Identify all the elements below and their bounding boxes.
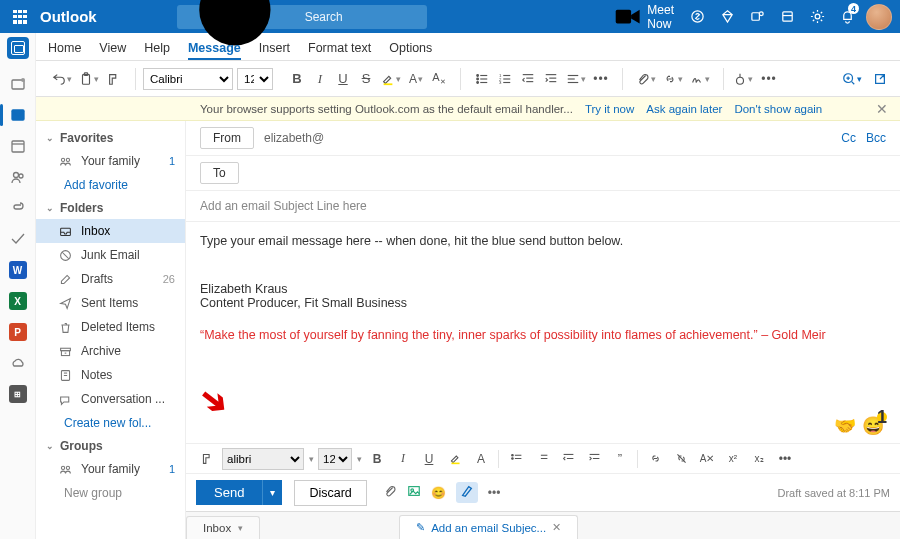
ribbon-overflow-button[interactable]: ••• — [759, 67, 779, 91]
nav-add-favorite[interactable]: Add favorite — [36, 173, 185, 197]
nav-new-group[interactable]: New group — [36, 481, 185, 505]
tab-home[interactable]: Home — [48, 41, 81, 60]
fmt-clear-button[interactable]: A✕ — [696, 448, 718, 470]
fmt-outdent-button[interactable] — [557, 448, 579, 470]
rail-more-apps-icon[interactable]: ⊞ — [8, 384, 28, 404]
fmt-color-button[interactable]: A — [470, 448, 492, 470]
rail-powerpoint-icon[interactable]: P — [8, 322, 28, 342]
app-launcher-icon[interactable] — [6, 10, 34, 24]
zoom-button[interactable]: ▾ — [840, 67, 864, 91]
search-input[interactable] — [305, 10, 419, 24]
nav-section-groups[interactable]: ⌄Groups — [36, 435, 185, 457]
nav-item-sent[interactable]: Sent Items — [36, 291, 185, 315]
outlook-logo-icon[interactable] — [7, 37, 29, 59]
underline-button[interactable]: U — [333, 67, 353, 91]
fmt-sub-button[interactable]: x₂ — [748, 448, 770, 470]
banner-try-link[interactable]: Try it now — [585, 103, 634, 115]
fmt-numbers-button[interactable] — [531, 448, 553, 470]
rail-onedrive-icon[interactable] — [8, 353, 28, 373]
bottom-tab-inbox[interactable]: Inbox▾ — [186, 516, 260, 539]
fmt-indent-button[interactable] — [583, 448, 605, 470]
fmt-unlink-button[interactable] — [670, 448, 692, 470]
align-button[interactable]: ▾ — [564, 67, 588, 91]
discard-button[interactable]: Discard — [294, 480, 366, 506]
close-tab-icon[interactable]: ✕ — [552, 521, 561, 534]
fmt-link-button[interactable] — [644, 448, 666, 470]
nav-item-inbox[interactable]: Inbox — [36, 219, 185, 243]
bcc-link[interactable]: Bcc — [866, 131, 886, 145]
tab-help[interactable]: Help — [144, 41, 170, 60]
more-actions-icon[interactable]: ••• — [488, 486, 501, 500]
bottom-tab-compose[interactable]: ✎Add an email Subjec...✕ — [399, 515, 578, 539]
subject-input[interactable] — [200, 199, 886, 213]
nav-item-drafts[interactable]: Drafts26 — [36, 267, 185, 291]
more-para-button[interactable]: ••• — [591, 67, 611, 91]
strike-button[interactable]: S — [356, 67, 376, 91]
fmt-highlight-button[interactable] — [444, 448, 466, 470]
tab-options[interactable]: Options — [389, 41, 432, 60]
nav-item-conversation[interactable]: Conversation ... — [36, 387, 185, 411]
italic-button[interactable]: I — [310, 67, 330, 91]
fmt-underline-button[interactable]: U — [418, 448, 440, 470]
nav-section-folders[interactable]: ⌄Folders — [36, 197, 185, 219]
sensitivity-button[interactable]: ▾ — [731, 67, 755, 91]
bullets-button[interactable] — [472, 67, 492, 91]
rail-people-icon[interactable] — [8, 167, 28, 187]
nav-item-your-family-group[interactable]: Your family1 — [36, 457, 185, 481]
nav-item-archive[interactable]: Archive — [36, 339, 185, 363]
nav-section-favorites[interactable]: ⌄Favorites — [36, 127, 185, 149]
reaction-handshake-icon[interactable]: 🤝 — [834, 415, 856, 437]
teams-icon[interactable] — [742, 0, 772, 33]
popout-button[interactable] — [870, 67, 890, 91]
emoji-icon[interactable]: 😊 — [431, 486, 446, 500]
tab-view[interactable]: View — [99, 41, 126, 60]
link-button[interactable]: ▾ — [661, 67, 685, 91]
fmt-italic-button[interactable]: I — [392, 448, 414, 470]
skype-icon[interactable] — [682, 0, 712, 33]
nav-item-your-family-fav[interactable]: Your family1 — [36, 149, 185, 173]
fmt-more-button[interactable]: ••• — [774, 448, 796, 470]
rail-files-icon[interactable] — [8, 198, 28, 218]
outdent-button[interactable] — [518, 67, 538, 91]
drawing-icon[interactable] — [456, 482, 478, 503]
fmt-super-button[interactable]: x² — [722, 448, 744, 470]
settings-icon[interactable] — [802, 0, 832, 33]
format-painter-button[interactable] — [104, 67, 124, 91]
rail-word-icon[interactable]: W — [8, 260, 28, 280]
nav-item-notes[interactable]: Notes — [36, 363, 185, 387]
font-size-select[interactable]: 12 — [237, 68, 273, 90]
numbering-button[interactable]: 123 — [495, 67, 515, 91]
rail-mail-icon[interactable] — [8, 105, 28, 125]
fmt-size-select[interactable]: 12 — [318, 448, 352, 470]
from-button[interactable]: From — [200, 127, 254, 149]
nav-item-deleted[interactable]: Deleted Items — [36, 315, 185, 339]
rail-mail-unread-icon[interactable] — [8, 74, 28, 94]
indent-button[interactable] — [541, 67, 561, 91]
rail-calendar-icon[interactable] — [8, 136, 28, 156]
font-name-select[interactable]: Calibri — [143, 68, 233, 90]
rail-excel-icon[interactable]: X — [8, 291, 28, 311]
tab-insert[interactable]: Insert — [259, 41, 290, 60]
attach-button[interactable]: ▾ — [634, 67, 658, 91]
search-box[interactable] — [177, 5, 427, 29]
rail-todo-icon[interactable] — [8, 229, 28, 249]
paste-button[interactable]: ▾ — [77, 67, 101, 91]
send-dropdown[interactable]: ▾ — [262, 480, 282, 505]
tab-format-text[interactable]: Format text — [308, 41, 371, 60]
to-button[interactable]: To — [200, 162, 239, 184]
reaction-smile-icon[interactable]: 😄1 — [862, 415, 884, 437]
banner-later-link[interactable]: Ask again later — [646, 103, 722, 115]
clear-format-button[interactable]: A✕ — [429, 67, 449, 91]
bold-button[interactable]: B — [287, 67, 307, 91]
highlight-button[interactable]: ▾ — [379, 67, 403, 91]
nav-create-folder[interactable]: Create new fol... — [36, 411, 185, 435]
attach-icon[interactable] — [383, 484, 397, 501]
send-button[interactable]: Send — [196, 480, 262, 505]
premium-icon[interactable] — [712, 0, 742, 33]
banner-dont-link[interactable]: Don't show again — [734, 103, 822, 115]
nav-item-junk[interactable]: Junk Email — [36, 243, 185, 267]
undo-button[interactable]: ▾ — [50, 67, 74, 91]
message-body[interactable]: Type your email message here -- when don… — [186, 222, 900, 443]
tips-icon[interactable] — [772, 0, 802, 33]
cc-link[interactable]: Cc — [841, 131, 856, 145]
